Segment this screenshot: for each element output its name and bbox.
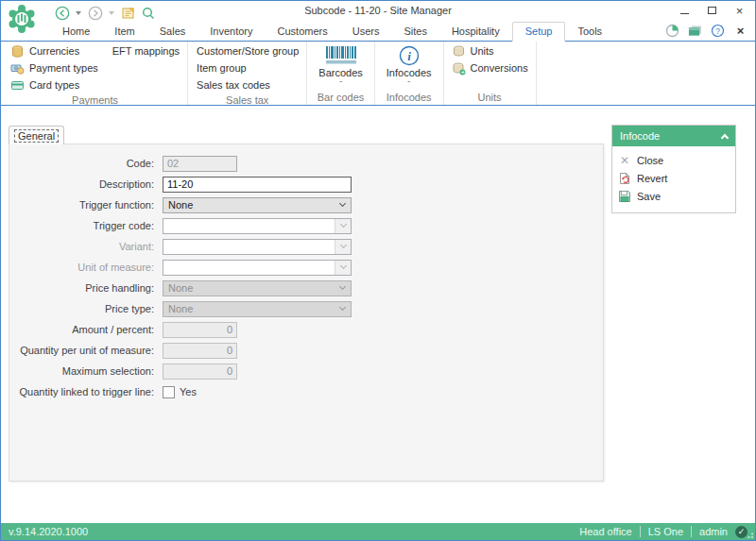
ribbon-item-item-group[interactable]: Item group [192,59,302,76]
qty-per-uom-field: 0 [163,343,237,359]
about-pie-icon[interactable] [665,24,679,38]
svg-text:i: i [407,49,411,63]
amount-percent-label: Amount / percent: [9,324,163,335]
titlebar: Subcode - 11-20 - Site Manager × [1,1,755,22]
units-icon [452,44,466,59]
collapse-chevron-up-icon[interactable] [721,133,729,141]
ribbon-item-label: Item group [197,62,247,74]
svg-text:?: ? [715,26,720,36]
main-content: General Code: 02 Description: Trigger fu… [1,106,755,523]
ribbon-close-icon[interactable]: × [733,24,747,38]
ribbon-item-payment-types[interactable]: Payment types [7,59,102,76]
payment-types-icon [10,61,25,76]
revert-icon [618,172,631,185]
maximize-button[interactable] [698,1,726,20]
chevron-down-icon [339,262,346,269]
qty-per-uom-label: Quantity per unit of measure: [9,345,163,356]
tab-home[interactable]: Home [50,23,102,41]
form-row-variant: Variant: [9,236,603,257]
ribbon-item-label: Payment types [29,62,98,74]
ribbon-group-barcodes: Barcodes - Bar codes [307,42,374,105]
infocodes-dropdown-indicator: - [407,78,410,83]
ribbon-item-card-types[interactable]: Card types [7,76,102,93]
tab-sites[interactable]: Sites [391,23,438,41]
statusbar-product: LS One [648,526,683,537]
tab-item[interactable]: Item [102,23,146,41]
infocodes-button[interactable]: i Infocodes - [379,42,439,91]
tab-tools[interactable]: Tools [565,23,614,41]
form-row-amount-percent: Amount / percent: 0 [9,319,603,340]
window-title: Subcode - 11-20 - Site Manager [1,5,755,16]
amount-percent-field: 0 [163,322,237,338]
resize-grip[interactable] [745,530,754,539]
minimize-button[interactable] [671,1,698,20]
unit-of-measure-label: Unit of measure: [9,262,163,273]
version-text: v.9.14.2020.1000 [9,526,579,537]
revert-action-label: Revert [637,173,667,184]
close-button[interactable]: × [726,1,753,20]
revert-action[interactable]: Revert [618,169,730,187]
statusbar-separator [640,526,641,537]
barcodes-dropdown-indicator: - [339,78,342,83]
trigger-code-combo[interactable] [163,218,352,234]
code-label: Code: [9,158,163,169]
barcodes-button[interactable]: Barcodes - [311,42,369,91]
ribbon-item-label: Card types [29,79,79,91]
form-row-unit-of-measure: Unit of measure: [9,257,603,278]
tab-inventory[interactable]: Inventory [198,23,265,41]
app-window: Subcode - 11-20 - Site Manager × Home It… [0,0,756,541]
tab-sales[interactable]: Sales [147,23,198,41]
description-label: Description: [9,178,163,190]
windows-panel-icon[interactable] [688,24,702,38]
trigger-function-select[interactable]: None [163,197,352,213]
card-types-icon [10,78,25,93]
price-handling-value: None [163,282,335,294]
info-circle-icon: i [398,44,421,67]
app-logo-icon [7,4,37,34]
form-row-trigger-function: Trigger function: None [9,194,603,215]
close-x-icon: ✕ [618,154,631,167]
qty-linked-checkbox-label: Yes [180,386,197,397]
description-field[interactable] [163,177,352,193]
ribbon-group-units: Units Conversions Units [444,42,537,105]
save-action[interactable]: Save [618,187,730,205]
form-row-qty-linked: Quantity linked to trigger line: Yes [9,381,603,402]
ribbon-item-label: Currencies [29,45,79,57]
help-icon[interactable]: ? [711,24,725,38]
form-row-description: Description: [9,174,603,194]
tab-users[interactable]: Users [340,23,392,41]
unit-of-measure-combo [163,260,352,276]
max-selection-field: 0 [163,363,237,380]
qty-linked-checkbox[interactable] [163,386,175,398]
currencies-icon [10,44,25,59]
ribbon-item-label: Customer/Store group [197,45,299,57]
close-action[interactable]: ✕ Close [618,151,730,169]
form-row-price-handling: Price handling: None [9,278,603,298]
ribbon-item-sales-tax-codes[interactable]: Sales tax codes [192,76,302,93]
form-row-code: Code: 02 [9,153,603,174]
ribbon-item-customer-store-group[interactable]: Customer/Store group [192,42,302,59]
code-field: 02 [163,156,237,172]
trigger-function-label: Trigger function: [9,199,163,211]
ribbon-item-label: Sales tax codes [197,79,270,91]
ribbon-item-label: Units [471,45,494,57]
chevron-down-icon [339,200,346,207]
general-form-panel: Code: 02 Description: Trigger function: … [9,144,604,482]
ribbon-group-label: Units [448,91,532,105]
ribbon-item-eft-mappings[interactable]: EFT mappings [108,42,183,59]
statusbar-site: Head office [579,526,631,537]
price-type-select: None [163,301,352,317]
infocode-panel-header[interactable]: Infocode [612,126,735,146]
ribbon-item-currencies[interactable]: Currencies [7,42,102,59]
tab-general[interactable]: General [9,126,64,144]
tab-customers[interactable]: Customers [266,23,340,41]
tab-hospitality[interactable]: Hospitality [439,23,512,41]
ribbon-item-units[interactable]: Units [448,42,532,59]
ribbon-item-conversions[interactable]: Conversions [448,59,532,76]
price-type-label: Price type: [9,303,163,314]
window-controls: × [671,1,753,20]
infocode-panel-title: Infocode [620,130,722,142]
chevron-down-icon [339,221,346,228]
tab-setup[interactable]: Setup [512,22,566,42]
ribbon: Currencies Payment types Card types EFT … [1,42,755,106]
